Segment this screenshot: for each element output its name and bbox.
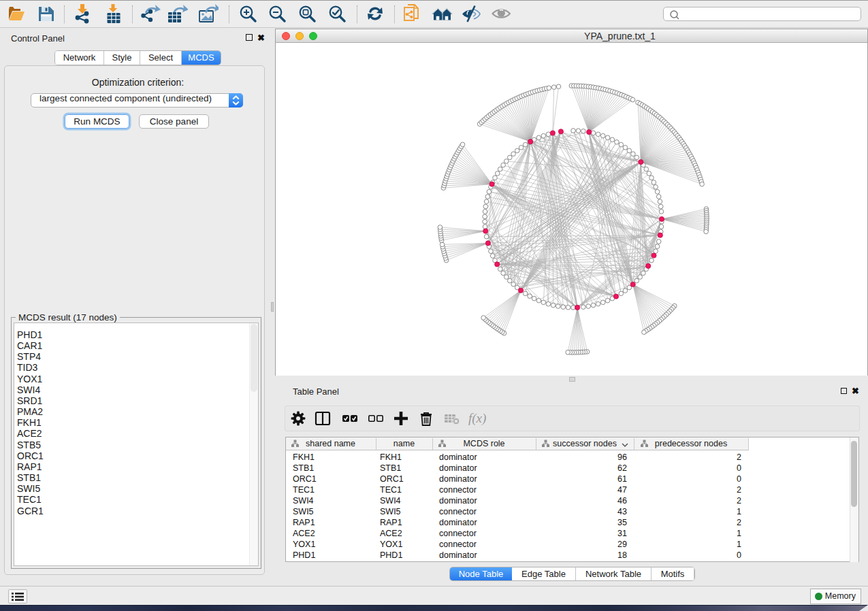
svg-text:f(x): f(x) bbox=[468, 411, 486, 426]
